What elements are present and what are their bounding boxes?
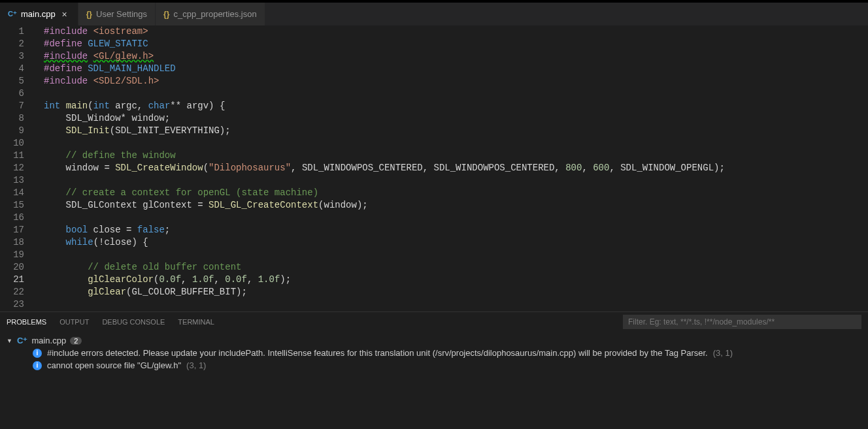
line-number: 14 [0,187,36,199]
problem-location: (3, 1) [713,348,733,358]
tab-label: main.cpp [21,9,56,19]
line-number: 17 [0,224,36,236]
code-line[interactable]: SDL_Init(SDL_INIT_EVERYTHING); [44,125,868,137]
code-editor[interactable]: 1234567891011121314151617181920212223 #i… [0,25,868,311]
code-line[interactable]: // create a context for openGL (state ma… [44,187,868,199]
code-line[interactable]: int main(int argc, char** argv) { [44,100,868,112]
problem-message: cannot open source file "GL/glew.h" [47,360,181,370]
tab-label: c_cpp_properties.json [173,9,256,19]
code-line[interactable]: #include <SDL2/SDL.h> [44,75,868,87]
line-number: 23 [0,298,36,311]
line-number: 5 [0,75,36,87]
panel-tab-output[interactable]: OUTPUT [59,314,89,330]
cpp-icon: C⁺ [8,10,17,18]
code-line[interactable] [44,249,868,261]
code-line[interactable]: window = SDL_CreateWindow("Dilophosaurus… [44,162,868,174]
code-line[interactable]: while(!close) { [44,236,868,249]
problems-filter-input[interactable] [623,315,861,329]
code-line[interactable] [44,298,868,311]
problem-message: #include errors detected. Please update … [47,348,708,358]
problem-item[interactable]: icannot open source file "GL/glew.h"(3, … [7,359,861,372]
line-number: 4 [0,63,36,75]
code-line[interactable]: #include <iostream> [44,25,868,38]
twistie-icon[interactable]: ▼ [7,338,13,344]
line-number: 6 [0,87,36,100]
editor-tab-1[interactable]: {}User Settings [78,3,156,25]
line-number: 2 [0,38,36,50]
problem-location: (3, 1) [186,360,206,370]
panel-tab-debug-console[interactable]: DEBUG CONSOLE [102,314,165,330]
line-number: 11 [0,150,36,162]
line-number-gutter: 1234567891011121314151617181920212223 [0,25,36,311]
problem-item[interactable]: i#include errors detected. Please update… [7,347,861,359]
editor-tab-0[interactable]: C⁺main.cpp× [0,3,78,25]
line-number: 15 [0,199,36,212]
line-number: 3 [0,50,36,63]
line-number: 13 [0,174,36,187]
code-line[interactable]: glClearColor(0.0f, 1.0f, 0.0f, 1.0f); [44,274,868,286]
line-number: 18 [0,236,36,249]
panel-tab-problems[interactable]: PROBLEMS [7,314,46,330]
code-area[interactable]: #include <iostream>#define GLEW_STATIC#i… [36,25,868,311]
code-line[interactable]: #define GLEW_STATIC [44,38,868,50]
code-line[interactable] [44,87,868,100]
code-line[interactable]: SDL_Window* window; [44,112,868,125]
code-line[interactable]: #define SDL_MAIN_HANDLED [44,63,868,75]
info-icon: i [33,361,42,370]
tab-label: User Settings [96,9,147,19]
line-number: 19 [0,249,36,261]
line-number: 8 [0,112,36,125]
code-line[interactable] [44,174,868,187]
line-number: 22 [0,286,36,298]
line-number: 7 [0,100,36,112]
code-line[interactable]: // delete old buffer content [44,261,868,274]
code-line[interactable]: glClear(GL_COLOR_BUFFER_BIT); [44,286,868,298]
line-number: 12 [0,162,36,174]
code-line[interactable] [44,212,868,224]
line-number: 20 [0,261,36,274]
editor-tabs: C⁺main.cpp×{}User Settings{}c_cpp_proper… [0,3,868,25]
code-line[interactable] [44,137,868,150]
code-line[interactable]: #include <GL/glew.h> [44,50,868,63]
cpp-icon: C⁺ [17,336,27,345]
line-number: 16 [0,212,36,224]
line-number: 1 [0,25,36,38]
code-line[interactable]: bool close = false; [44,224,868,236]
line-number: 21 [0,274,36,286]
info-icon: i [33,349,42,358]
problems-file-name: main.cpp [31,336,66,345]
problems-count-badge: 2 [70,337,82,345]
panel-tab-terminal[interactable]: TERMINAL [178,314,214,330]
problems-file-row[interactable]: ▼ C⁺ main.cpp 2 [7,334,861,347]
json-icon: {} [86,10,92,19]
code-line[interactable]: SDL_GLContext glContext = SDL_GL_CreateC… [44,199,868,212]
code-line[interactable]: // define the window [44,150,868,162]
line-number: 10 [0,137,36,150]
problems-body: ▼ C⁺ main.cpp 2 i#include errors detecte… [0,332,868,429]
close-icon[interactable]: × [59,9,70,20]
editor-tab-2[interactable]: {}c_cpp_properties.json [156,3,265,25]
json-icon: {} [163,10,169,19]
panel-tabs: PROBLEMSOUTPUTDEBUG CONSOLETERMINAL [0,312,868,332]
line-number: 9 [0,125,36,137]
bottom-panel: PROBLEMSOUTPUTDEBUG CONSOLETERMINAL ▼ C⁺… [0,311,868,429]
